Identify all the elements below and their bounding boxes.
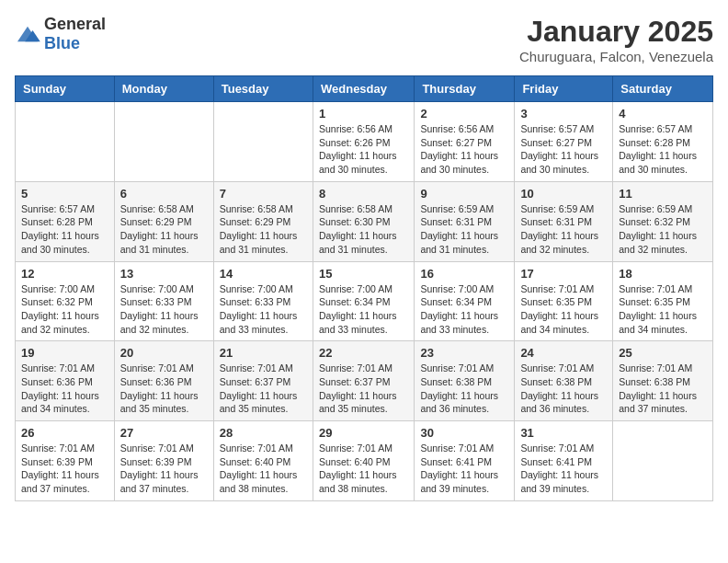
- day-info: Sunrise: 7:00 AMSunset: 6:33 PMDaylight:…: [220, 282, 307, 337]
- day-cell: 4Sunrise: 6:57 AMSunset: 6:28 PMDaylight…: [613, 102, 713, 182]
- day-info: Sunrise: 7:01 AMSunset: 6:38 PMDaylight:…: [420, 362, 508, 416]
- week-row-4: 19Sunrise: 7:01 AMSunset: 6:36 PMDayligh…: [16, 341, 713, 421]
- day-info: Sunrise: 7:01 AMSunset: 6:36 PMDaylight:…: [120, 362, 208, 416]
- day-info: Sunrise: 6:58 AMSunset: 6:29 PMDaylight:…: [120, 202, 208, 257]
- day-number: 24: [520, 346, 607, 360]
- day-info: Sunrise: 7:01 AMSunset: 6:39 PMDaylight:…: [120, 442, 208, 496]
- day-number: 27: [120, 426, 208, 440]
- day-cell: 11Sunrise: 6:59 AMSunset: 6:32 PMDayligh…: [613, 181, 713, 261]
- day-number: 23: [420, 346, 508, 360]
- day-info: Sunrise: 7:01 AMSunset: 6:38 PMDaylight:…: [619, 362, 707, 416]
- day-number: 5: [21, 187, 108, 201]
- day-cell: 22Sunrise: 7:01 AMSunset: 6:37 PMDayligh…: [313, 341, 414, 421]
- day-cell: 31Sunrise: 7:01 AMSunset: 6:41 PMDayligh…: [515, 421, 613, 501]
- day-number: 1: [319, 107, 408, 121]
- day-cell: 20Sunrise: 7:01 AMSunset: 6:36 PMDayligh…: [114, 341, 213, 421]
- week-row-1: 1Sunrise: 6:56 AMSunset: 6:26 PMDaylight…: [16, 102, 713, 182]
- day-info: Sunrise: 7:01 AMSunset: 6:41 PMDaylight:…: [420, 442, 508, 496]
- day-number: 11: [619, 187, 707, 201]
- weekday-header-friday: Friday: [515, 76, 613, 102]
- day-cell: 1Sunrise: 6:56 AMSunset: 6:26 PMDaylight…: [313, 102, 414, 182]
- day-cell: 21Sunrise: 7:01 AMSunset: 6:37 PMDayligh…: [213, 341, 313, 421]
- day-info: Sunrise: 6:59 AMSunset: 6:31 PMDaylight:…: [520, 202, 607, 257]
- day-info: Sunrise: 7:01 AMSunset: 6:38 PMDaylight:…: [520, 362, 607, 416]
- day-info: Sunrise: 7:01 AMSunset: 6:41 PMDaylight:…: [520, 442, 607, 496]
- day-cell: 7Sunrise: 6:58 AMSunset: 6:29 PMDaylight…: [213, 181, 313, 261]
- weekday-header-thursday: Thursday: [415, 76, 515, 102]
- logo-blue: Blue: [44, 34, 80, 52]
- day-number: 14: [220, 267, 307, 281]
- day-info: Sunrise: 7:01 AMSunset: 6:40 PMDaylight:…: [220, 442, 307, 496]
- day-info: Sunrise: 6:57 AMSunset: 6:28 PMDaylight:…: [21, 202, 108, 257]
- day-cell: [213, 102, 313, 182]
- day-info: Sunrise: 6:57 AMSunset: 6:28 PMDaylight:…: [619, 122, 707, 177]
- day-number: 25: [619, 346, 707, 360]
- day-info: Sunrise: 7:01 AMSunset: 6:35 PMDaylight:…: [619, 282, 707, 337]
- day-info: Sunrise: 7:01 AMSunset: 6:37 PMDaylight:…: [220, 362, 307, 416]
- day-cell: 18Sunrise: 7:01 AMSunset: 6:35 PMDayligh…: [613, 261, 713, 341]
- day-number: 28: [220, 426, 307, 440]
- day-number: 6: [120, 187, 208, 201]
- day-info: Sunrise: 6:58 AMSunset: 6:30 PMDaylight:…: [319, 202, 408, 257]
- day-cell: 19Sunrise: 7:01 AMSunset: 6:36 PMDayligh…: [16, 341, 115, 421]
- location-subtitle: Churuguara, Falcon, Venezuela: [519, 49, 713, 64]
- day-cell: 29Sunrise: 7:01 AMSunset: 6:40 PMDayligh…: [313, 421, 414, 501]
- day-number: 8: [319, 187, 408, 201]
- day-number: 7: [220, 187, 307, 201]
- week-row-5: 26Sunrise: 7:01 AMSunset: 6:39 PMDayligh…: [16, 421, 713, 501]
- day-info: Sunrise: 6:56 AMSunset: 6:26 PMDaylight:…: [319, 122, 408, 177]
- day-number: 31: [520, 426, 607, 440]
- day-number: 10: [520, 187, 607, 201]
- weekday-header-sunday: Sunday: [16, 76, 115, 102]
- week-row-3: 12Sunrise: 7:00 AMSunset: 6:32 PMDayligh…: [16, 261, 713, 341]
- day-cell: 28Sunrise: 7:01 AMSunset: 6:40 PMDayligh…: [213, 421, 313, 501]
- day-info: Sunrise: 7:01 AMSunset: 6:37 PMDaylight:…: [319, 362, 408, 416]
- logo: General Blue: [15, 15, 106, 53]
- day-cell: 10Sunrise: 6:59 AMSunset: 6:31 PMDayligh…: [515, 181, 613, 261]
- day-number: 17: [520, 267, 607, 281]
- day-cell: 17Sunrise: 7:01 AMSunset: 6:35 PMDayligh…: [515, 261, 613, 341]
- day-cell: 14Sunrise: 7:00 AMSunset: 6:33 PMDayligh…: [213, 261, 313, 341]
- day-number: 16: [420, 267, 508, 281]
- day-info: Sunrise: 7:00 AMSunset: 6:33 PMDaylight:…: [120, 282, 208, 337]
- day-number: 26: [21, 426, 108, 440]
- day-cell: 24Sunrise: 7:01 AMSunset: 6:38 PMDayligh…: [515, 341, 613, 421]
- day-info: Sunrise: 6:57 AMSunset: 6:27 PMDaylight:…: [520, 122, 607, 177]
- title-block: January 2025 Churuguara, Falcon, Venezue…: [519, 15, 713, 64]
- day-info: Sunrise: 6:59 AMSunset: 6:31 PMDaylight:…: [420, 202, 508, 257]
- day-number: 19: [21, 346, 108, 360]
- weekday-header-tuesday: Tuesday: [213, 76, 313, 102]
- day-info: Sunrise: 7:01 AMSunset: 6:35 PMDaylight:…: [520, 282, 607, 337]
- logo-icon: [15, 24, 40, 44]
- day-number: 30: [420, 426, 508, 440]
- day-cell: 5Sunrise: 6:57 AMSunset: 6:28 PMDaylight…: [16, 181, 115, 261]
- day-number: 21: [220, 346, 307, 360]
- calendar-table: SundayMondayTuesdayWednesdayThursdayFrid…: [15, 75, 713, 501]
- weekday-header-saturday: Saturday: [613, 76, 713, 102]
- day-cell: [114, 102, 213, 182]
- day-cell: 15Sunrise: 7:00 AMSunset: 6:34 PMDayligh…: [313, 261, 414, 341]
- day-cell: 16Sunrise: 7:00 AMSunset: 6:34 PMDayligh…: [415, 261, 515, 341]
- day-info: Sunrise: 6:59 AMSunset: 6:32 PMDaylight:…: [619, 202, 707, 257]
- day-number: 15: [319, 267, 408, 281]
- day-cell: 27Sunrise: 7:01 AMSunset: 6:39 PMDayligh…: [114, 421, 213, 501]
- day-cell: 2Sunrise: 6:56 AMSunset: 6:27 PMDaylight…: [415, 102, 515, 182]
- day-cell: [16, 102, 115, 182]
- day-info: Sunrise: 6:58 AMSunset: 6:29 PMDaylight:…: [220, 202, 307, 257]
- week-row-2: 5Sunrise: 6:57 AMSunset: 6:28 PMDaylight…: [16, 181, 713, 261]
- day-number: 12: [21, 267, 108, 281]
- day-info: Sunrise: 6:56 AMSunset: 6:27 PMDaylight:…: [420, 122, 508, 177]
- day-cell: 12Sunrise: 7:00 AMSunset: 6:32 PMDayligh…: [16, 261, 115, 341]
- day-cell: 8Sunrise: 6:58 AMSunset: 6:30 PMDaylight…: [313, 181, 414, 261]
- day-cell: 6Sunrise: 6:58 AMSunset: 6:29 PMDaylight…: [114, 181, 213, 261]
- day-info: Sunrise: 7:00 AMSunset: 6:34 PMDaylight:…: [319, 282, 408, 337]
- day-info: Sunrise: 7:01 AMSunset: 6:39 PMDaylight:…: [21, 442, 108, 496]
- day-cell: [613, 421, 713, 501]
- day-cell: 3Sunrise: 6:57 AMSunset: 6:27 PMDaylight…: [515, 102, 613, 182]
- day-number: 22: [319, 346, 408, 360]
- weekday-header-monday: Monday: [114, 76, 213, 102]
- day-cell: 13Sunrise: 7:00 AMSunset: 6:33 PMDayligh…: [114, 261, 213, 341]
- month-title: January 2025: [519, 15, 713, 49]
- day-info: Sunrise: 7:00 AMSunset: 6:32 PMDaylight:…: [21, 282, 108, 337]
- day-number: 20: [120, 346, 208, 360]
